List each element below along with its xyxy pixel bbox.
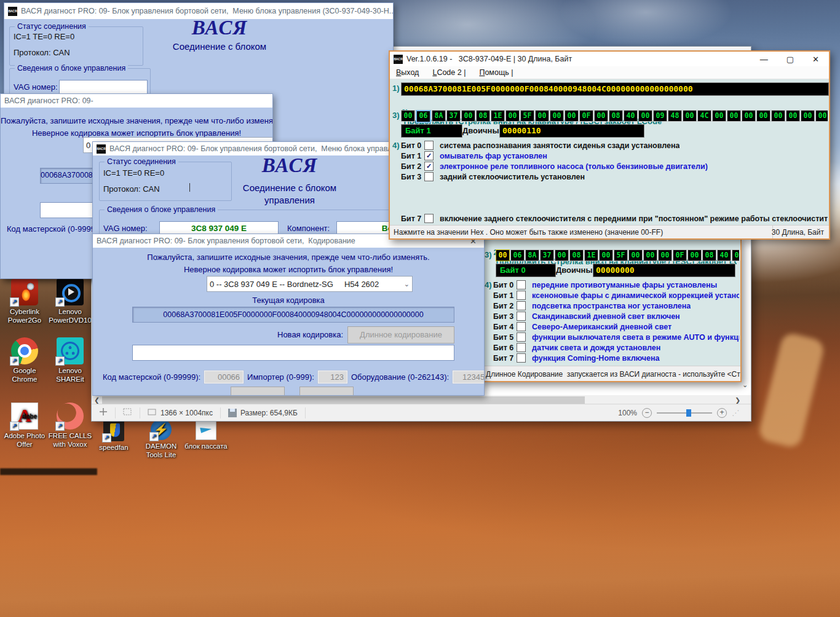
bit-description: передние противотуманные фары установлен… [532, 281, 717, 289]
minimize-icon[interactable]: — [760, 55, 768, 64]
desktop-icon-chrome[interactable]: ↗ Google Chrome [1, 337, 48, 384]
hex-byte-0[interactable]: 00 [401, 110, 415, 122]
hex-byte-23[interactable]: 00 [742, 110, 756, 122]
bit-label: Бит 0 [493, 281, 515, 289]
hex-byte-6[interactable]: 1E [491, 110, 505, 122]
hex-byte-3[interactable]: 37 [446, 110, 461, 122]
bit-checkbox[interactable] [517, 343, 526, 352]
do-it-button[interactable] [231, 387, 285, 396]
zoom-out-icon[interactable]: − [642, 408, 652, 418]
hex-byte-10[interactable]: 00 [643, 250, 657, 261]
scroll-down-icon[interactable]: ⌄ [742, 381, 748, 389]
close-icon[interactable]: ✕ [812, 55, 819, 64]
master-code-field[interactable]: 00066 [204, 371, 244, 383]
zoom-slider-thumb[interactable] [686, 409, 691, 417]
hex-byte-8[interactable]: 5F [614, 250, 628, 261]
bit-checkbox[interactable] [517, 280, 526, 289]
hex-byte-1[interactable]: 06 [416, 110, 431, 123]
menu-item-выход[interactable]: Выход [396, 68, 419, 77]
bit-checkbox[interactable] [517, 291, 526, 300]
bit-checkbox[interactable] [517, 332, 526, 342]
hex-byte-21[interactable]: 00 [712, 110, 726, 122]
hex-byte-2[interactable]: 8A [432, 110, 446, 122]
image-file-icon [196, 419, 216, 440]
title-bar[interactable]: ВАСЯ Ver.1.0.6.19 - 3C8-937-049-E | 30 Д… [390, 52, 829, 66]
desktop-icon-daemon-tools[interactable]: ⚡↗ DAEMON Tools Lite [138, 419, 184, 460]
hex-byte-11[interactable]: 00 [565, 110, 579, 122]
desktop-icon-speedfan[interactable]: ↗ speedfan [92, 420, 135, 452]
hex-byte-4[interactable]: 00 [461, 110, 475, 122]
desktop-icon-adobe[interactable]: A↗ Adobe Photo Offer [1, 403, 48, 449]
zoom-in-icon[interactable]: + [717, 408, 727, 418]
hex-byte-25[interactable]: 00 [771, 110, 785, 122]
menu-item-помощь-[interactable]: Помощь | [479, 68, 513, 77]
hex-byte-22[interactable]: 00 [727, 110, 741, 122]
cancel-button[interactable] [299, 387, 354, 396]
desktop-icon-powerdvd[interactable]: ↗ Lenovo PowerDVD10 [47, 278, 93, 325]
menu-item-lcode-2-[interactable]: LCode 2 | [432, 68, 466, 77]
hex-byte-27[interactable]: 00 [801, 110, 815, 122]
desktop-icon-power2go[interactable]: ↗ Cyberlink Power2Go [1, 278, 48, 325]
hex-byte-7[interactable]: 00 [505, 110, 520, 122]
hex-byte-26[interactable]: 00 [786, 110, 800, 122]
controller-combo[interactable]: 0 -- 3C8 937 049 E -- Bordnetz-SG H54 26… [207, 276, 413, 292]
hex-byte-5[interactable]: 08 [476, 110, 490, 122]
hex-byte-20[interactable]: 4C [697, 110, 711, 122]
bit-checkbox[interactable] [517, 312, 526, 321]
hex-byte-12[interactable]: 0F [579, 110, 593, 122]
bit-checkbox[interactable] [424, 141, 434, 150]
bit-checkbox[interactable] [424, 214, 434, 223]
hex-byte-12[interactable]: 0F [673, 250, 687, 261]
hex-byte-14[interactable]: 08 [609, 110, 623, 122]
hex-byte-8[interactable]: 5F [520, 110, 534, 122]
desktop-icon-shareit[interactable]: ↗ Lenovo SHAREit [47, 337, 93, 384]
desktop-icon-blok-passata[interactable]: блок пассата [184, 419, 228, 450]
hex-byte-14[interactable]: 08 [702, 250, 716, 261]
hex-byte-7[interactable]: 00 [599, 250, 613, 261]
zoom-slider[interactable] [657, 412, 712, 414]
title-bar[interactable]: ВАСЯ диагност PRO: 09- [1, 94, 272, 108]
desktop-icon-voxox[interactable]: ↗ FREE CALLS with Voxox [47, 403, 93, 449]
hex-byte-9[interactable]: 00 [628, 250, 643, 261]
warning-line-2: Неверное кодировка может испортить блок … [1, 128, 272, 138]
hex-byte-10[interactable]: 00 [550, 110, 564, 122]
bit-checkbox[interactable] [517, 353, 526, 363]
hex-byte-28[interactable]: 00 [815, 110, 828, 122]
hex-byte-16[interactable]: 00 [638, 110, 652, 122]
bit-checkbox[interactable] [517, 301, 526, 310]
importer-field[interactable]: 123 [318, 371, 347, 383]
hex-byte-6[interactable]: 1E [584, 250, 598, 261]
hex-byte-24[interactable]: 00 [756, 110, 771, 122]
maximize-icon[interactable]: ▢ [787, 55, 794, 64]
protocol-line: Протокол: CAN [14, 48, 70, 57]
hex-byte-0[interactable]: 00 [496, 250, 510, 261]
lcode-window-byte1: ВАСЯ Ver.1.0.6.19 - 3C8-937-049-E | 30 Д… [389, 50, 830, 240]
hex-byte-13[interactable]: 00 [594, 110, 608, 122]
combo-value: 0 -- 3C8 937 049 E -- Bordnetz-SG H54 26… [210, 280, 379, 289]
hex-byte-2[interactable]: 8A [525, 250, 539, 261]
hex-byte-19[interactable]: 00 [683, 110, 697, 122]
vag-number-field[interactable] [59, 80, 148, 95]
hex-byte-11[interactable]: 00 [658, 250, 672, 261]
long-coding-button[interactable]: Длинное кодирование [347, 326, 454, 344]
hex-byte-15[interactable]: 40 [624, 110, 638, 122]
hex-byte-16[interactable]: 00 [732, 250, 739, 261]
bit-checkbox[interactable] [424, 172, 434, 181]
hex-byte-18[interactable]: 48 [668, 110, 682, 122]
bit-checkbox[interactable]: ✓ [424, 162, 434, 171]
hex-byte-13[interactable]: 00 [687, 250, 702, 261]
new-coding-input[interactable] [132, 345, 454, 361]
equipment-field[interactable]: 12345 [453, 371, 485, 383]
hex-byte-9[interactable]: 00 [535, 110, 549, 122]
bit-checkbox[interactable] [517, 322, 526, 331]
bit-row: Бит 4Северо-Американский дневной свет [493, 321, 739, 332]
bit-checkbox[interactable]: ✓ [424, 151, 434, 160]
resize-grip[interactable]: ⋰ [732, 409, 740, 417]
bit-description: задний стеклоочиститель установлен [440, 173, 585, 181]
hex-byte-1[interactable]: 06 [510, 250, 525, 261]
hex-byte-5[interactable]: 08 [569, 250, 584, 261]
hex-byte-3[interactable]: 37 [540, 250, 554, 261]
hex-byte-4[interactable]: 00 [555, 250, 569, 261]
hex-byte-17[interactable]: 09 [653, 110, 667, 122]
hex-byte-15[interactable]: 40 [717, 250, 731, 261]
